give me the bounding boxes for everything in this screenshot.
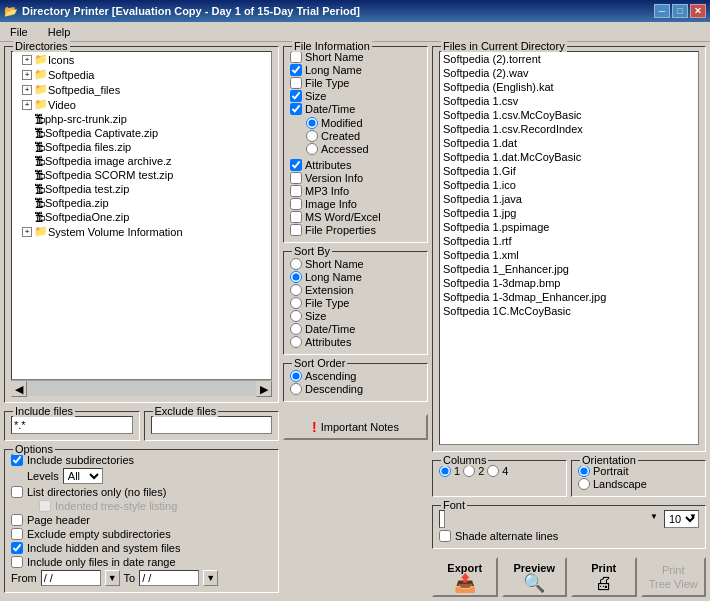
page-header-checkbox[interactable] — [11, 514, 23, 526]
attributes-label[interactable]: Attributes — [305, 159, 351, 171]
short-name-checkbox[interactable] — [290, 51, 302, 63]
file-properties-checkbox[interactable] — [290, 224, 302, 236]
menu-help[interactable]: Help — [42, 24, 77, 40]
scroll-left[interactable]: ◀ — [11, 381, 27, 397]
preview-button[interactable]: Preview 🔍 — [502, 557, 568, 597]
tree-item[interactable]: 🗜 Softpedia SCORM test.zip — [12, 168, 271, 182]
tree-item[interactable]: + 📁 System Volume Information — [12, 224, 271, 239]
size-label[interactable]: Size — [305, 90, 326, 102]
ms-word-label[interactable]: MS Word/Excel — [305, 211, 381, 223]
ascending-radio[interactable] — [290, 370, 302, 382]
maximize-button[interactable]: □ — [672, 4, 688, 18]
columns-4-label[interactable]: 4 — [502, 465, 508, 477]
accessed-radio[interactable] — [306, 143, 318, 155]
page-header-label[interactable]: Page header — [27, 514, 90, 526]
landscape-radio[interactable] — [578, 478, 590, 490]
close-button[interactable]: ✕ — [690, 4, 706, 18]
font-size-select[interactable]: 10 891112 — [664, 510, 699, 528]
from-date-input[interactable] — [41, 570, 101, 586]
ms-word-checkbox[interactable] — [290, 211, 302, 223]
include-files-input[interactable] — [11, 416, 133, 434]
include-subdirectories-checkbox[interactable] — [11, 454, 23, 466]
sort-longname-radio[interactable] — [290, 271, 302, 283]
portrait-radio[interactable] — [578, 465, 590, 477]
attributes-checkbox[interactable] — [290, 159, 302, 171]
tree-item[interactable]: 🗜 Softpedia image archive.z — [12, 154, 271, 168]
shade-alternate-checkbox[interactable] — [439, 530, 451, 542]
tree-item[interactable]: 🗜 SoftpediaOne.zip — [12, 210, 271, 224]
portrait-label[interactable]: Portrait — [593, 465, 628, 477]
sort-extension-label[interactable]: Extension — [305, 284, 353, 296]
sort-longname-label[interactable]: Long Name — [305, 271, 362, 283]
columns-4-radio[interactable] — [487, 465, 499, 477]
list-dirs-only-checkbox[interactable] — [11, 486, 23, 498]
size-checkbox[interactable] — [290, 90, 302, 102]
export-button[interactable]: Export 📤 — [432, 557, 498, 597]
levels-select[interactable]: All 123 — [63, 468, 103, 484]
tree-item[interactable]: 🗜 Softpedia test.zip — [12, 182, 271, 196]
descending-radio[interactable] — [290, 383, 302, 395]
exclude-files-input[interactable] — [151, 416, 273, 434]
print-button[interactable]: Print 🖨 — [571, 557, 637, 597]
horizontal-scrollbar[interactable]: ◀ ▶ — [11, 380, 272, 396]
sort-filetype-radio[interactable] — [290, 297, 302, 309]
from-date-button[interactable]: ▼ — [105, 570, 120, 586]
tree-item[interactable]: 🗜 Softpedia Captivate.zip — [12, 126, 271, 140]
expand-icons[interactable]: + — [22, 55, 32, 65]
tree-item[interactable]: + 📁 Softpedia — [12, 67, 271, 82]
mp3-info-label[interactable]: MP3 Info — [305, 185, 349, 197]
long-name-checkbox[interactable] — [290, 64, 302, 76]
tree-container[interactable]: + 📁 Icons + 📁 Softpedia + 📁 Softpedia_fi… — [11, 51, 272, 380]
sort-shortname-radio[interactable] — [290, 258, 302, 270]
version-info-checkbox[interactable] — [290, 172, 302, 184]
indented-tree-checkbox[interactable] — [39, 500, 51, 512]
include-date-range-label[interactable]: Include only files in date range — [27, 556, 176, 568]
tree-item[interactable]: 🗜 php-src-trunk.zip — [12, 112, 271, 126]
scroll-right[interactable]: ▶ — [256, 381, 272, 397]
tree-item[interactable]: + 📁 Icons — [12, 52, 271, 67]
to-date-button[interactable]: ▼ — [203, 570, 218, 586]
include-subdirectories-label[interactable]: Include subdirectories — [27, 454, 134, 466]
tree-item[interactable]: 🗜 Softpedia files.zip — [12, 140, 271, 154]
image-info-checkbox[interactable] — [290, 198, 302, 210]
landscape-label[interactable]: Landscape — [593, 478, 647, 490]
created-radio[interactable] — [306, 130, 318, 142]
mp3-info-checkbox[interactable] — [290, 185, 302, 197]
descending-label[interactable]: Descending — [305, 383, 363, 395]
sort-extension-radio[interactable] — [290, 284, 302, 296]
font-select[interactable] — [439, 510, 445, 528]
sort-attributes-radio[interactable] — [290, 336, 302, 348]
sort-shortname-label[interactable]: Short Name — [305, 258, 364, 270]
include-hidden-checkbox[interactable] — [11, 542, 23, 554]
file-type-label[interactable]: File Type — [305, 77, 349, 89]
file-type-checkbox[interactable] — [290, 77, 302, 89]
tree-item[interactable]: 🗜 Softpedia.zip — [12, 196, 271, 210]
short-name-label[interactable]: Short Name — [305, 51, 364, 63]
columns-2-label[interactable]: 2 — [478, 465, 484, 477]
shade-alternate-label[interactable]: Shade alternate lines — [455, 530, 558, 542]
sort-attributes-label[interactable]: Attributes — [305, 336, 351, 348]
to-date-input[interactable] — [139, 570, 199, 586]
accessed-label[interactable]: Accessed — [321, 143, 369, 155]
files-list-container[interactable]: Softpedia (2).torrent Softpedia (2).wav … — [439, 51, 699, 445]
long-name-label[interactable]: Long Name — [305, 64, 362, 76]
image-info-label[interactable]: Image Info — [305, 198, 357, 210]
print-tree-view-button[interactable]: Print Tree View — [641, 557, 707, 597]
sort-filetype-label[interactable]: File Type — [305, 297, 349, 309]
indented-tree-label[interactable]: Indented tree-style listing — [55, 500, 177, 512]
important-notes-button[interactable]: ! Important Notes — [283, 414, 428, 440]
sort-size-label[interactable]: Size — [305, 310, 326, 322]
modified-label[interactable]: Modified — [321, 117, 363, 129]
file-properties-label[interactable]: File Properties — [305, 224, 376, 236]
expand-sysinfo[interactable]: + — [22, 227, 32, 237]
columns-2-radio[interactable] — [463, 465, 475, 477]
modified-radio[interactable] — [306, 117, 318, 129]
version-info-label[interactable]: Version Info — [305, 172, 363, 184]
exclude-empty-label[interactable]: Exclude empty subdirectories — [27, 528, 171, 540]
expand-softpedia[interactable]: + — [22, 70, 32, 80]
columns-1-label[interactable]: 1 — [454, 465, 460, 477]
datetime-checkbox[interactable] — [290, 103, 302, 115]
menu-file[interactable]: File — [4, 24, 34, 40]
ascending-label[interactable]: Ascending — [305, 370, 356, 382]
include-date-range-checkbox[interactable] — [11, 556, 23, 568]
